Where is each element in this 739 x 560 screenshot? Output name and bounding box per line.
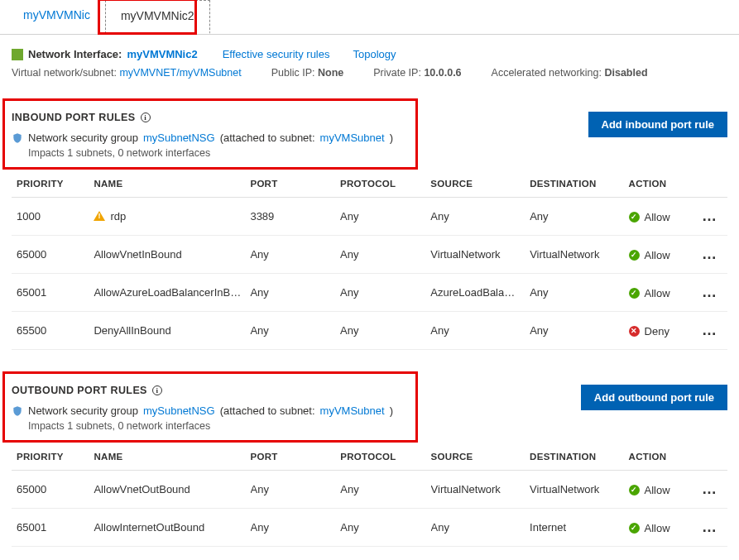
cell-priority: 65001 xyxy=(12,274,94,312)
cell-destination: VirtualNetwork xyxy=(530,236,628,274)
cell-port: Any xyxy=(251,471,341,509)
info-icon[interactable]: i xyxy=(152,385,162,395)
table-row[interactable]: 65500DenyAllInBoundAnyAnyAnyAny✕Deny… xyxy=(12,312,727,350)
more-button[interactable]: … xyxy=(694,274,727,312)
tab-nic-2[interactable]: myVMVMNic2 xyxy=(105,0,210,34)
cell-priority: 65000 xyxy=(12,236,94,274)
cell-source: Any xyxy=(430,312,530,350)
cell-source: Any xyxy=(430,198,530,236)
cell-protocol: Any xyxy=(340,509,430,547)
col-priority[interactable]: PRIORITY xyxy=(12,443,94,471)
outbound-table: PRIORITY NAME PORT PROTOCOL SOURCE DESTI… xyxy=(12,443,727,560)
public-ip-value: None xyxy=(318,67,343,79)
col-name[interactable]: NAME xyxy=(94,170,250,198)
cell-destination: Any xyxy=(530,547,628,561)
cell-protocol: Any xyxy=(340,274,430,312)
nsg-prefix: Network security group xyxy=(28,404,138,417)
inbound-title: INBOUND PORT RULES xyxy=(12,112,136,123)
vnet-label: Virtual network/subnet: xyxy=(12,67,117,79)
col-action[interactable]: ACTION xyxy=(629,443,695,471)
check-icon: ✓ xyxy=(629,523,640,534)
table-row[interactable]: 1000rdp3389AnyAnyAny✓Allow… xyxy=(12,198,727,236)
add-outbound-rule-button[interactable]: Add outbound port rule xyxy=(581,385,727,410)
x-icon: ✕ xyxy=(629,326,640,337)
public-ip-label: Public IP: xyxy=(271,67,315,79)
cell-name: DenyAllInBound xyxy=(94,312,250,350)
more-button[interactable]: … xyxy=(694,471,727,509)
check-icon: ✓ xyxy=(629,485,640,495)
subnet-link[interactable]: myVMSubnet xyxy=(320,132,385,144)
nsg-link[interactable]: mySubnetNSG xyxy=(143,132,215,144)
cell-action: ✓Allow xyxy=(629,509,695,547)
cell-action: ✕Deny xyxy=(629,312,695,350)
outbound-section: OUTBOUND PORT RULES i Network security g… xyxy=(0,358,739,560)
private-ip-label: Private IP: xyxy=(373,67,421,79)
table-row[interactable]: 65001AllowAzureLoadBalancerInBou…AnyAnyA… xyxy=(12,274,727,312)
vnet-link[interactable]: myVMVNET/myVMSubnet xyxy=(119,67,241,79)
cell-port: 3389 xyxy=(250,198,340,236)
table-row[interactable]: 65001AllowInternetOutBoundAnyAnyAnyInter… xyxy=(12,509,727,547)
info-icon[interactable]: i xyxy=(141,112,151,122)
nsg-prefix: Network security group xyxy=(28,132,138,144)
cell-source: VirtualNetwork xyxy=(431,471,530,509)
cell-destination: VirtualNetwork xyxy=(530,471,628,509)
action-label: Allow xyxy=(645,522,670,534)
check-icon: ✓ xyxy=(629,288,640,299)
table-row[interactable]: 65000AllowVnetOutBoundAnyAnyVirtualNetwo… xyxy=(12,471,727,509)
tab-nic-1[interactable]: myVMVMNic xyxy=(8,0,105,34)
add-inbound-rule-button[interactable]: Add inbound port rule xyxy=(588,112,727,137)
attached-prefix: (attached to subnet: xyxy=(220,404,315,417)
topology-link[interactable]: Topology xyxy=(353,48,396,60)
col-port[interactable]: PORT xyxy=(250,170,340,198)
cell-port: Any xyxy=(251,509,341,547)
more-button[interactable]: … xyxy=(694,509,727,547)
cell-destination: Any xyxy=(530,198,628,236)
col-name[interactable]: NAME xyxy=(94,443,250,471)
action-label: Allow xyxy=(645,249,670,261)
outbound-title: OUTBOUND PORT RULES xyxy=(12,385,147,396)
cell-destination: Any xyxy=(530,274,628,312)
cell-protocol: Any xyxy=(340,312,430,350)
cell-port: Any xyxy=(250,236,340,274)
col-action[interactable]: ACTION xyxy=(629,170,695,198)
effective-rules-link[interactable]: Effective security rules xyxy=(223,48,330,60)
accel-label: Accelerated networking: xyxy=(492,67,602,79)
more-button[interactable]: … xyxy=(694,236,727,274)
col-priority[interactable]: PRIORITY xyxy=(12,170,94,198)
cell-action: ✓Allow xyxy=(629,274,695,312)
cell-action: ✕Deny xyxy=(629,547,695,561)
col-destination[interactable]: DESTINATION xyxy=(530,443,628,471)
accel-value: Disabled xyxy=(604,67,647,79)
shield-icon xyxy=(12,405,23,417)
more-button[interactable]: … xyxy=(694,547,727,561)
check-icon: ✓ xyxy=(629,250,640,261)
action-label: Allow xyxy=(645,484,670,496)
inbound-table: PRIORITY NAME PORT PROTOCOL SOURCE DESTI… xyxy=(12,170,727,350)
attached-suffix: ) xyxy=(390,132,393,144)
more-button[interactable]: … xyxy=(694,198,727,236)
cell-name: AllowVnetOutBound xyxy=(94,471,250,509)
action-label: Allow xyxy=(645,211,670,223)
cell-port: Any xyxy=(250,274,340,312)
col-source[interactable]: SOURCE xyxy=(430,170,530,198)
table-row[interactable]: 65000AllowVnetInBoundAnyAnyVirtualNetwor… xyxy=(12,236,727,274)
col-protocol[interactable]: PROTOCOL xyxy=(340,443,430,471)
col-protocol[interactable]: PROTOCOL xyxy=(340,170,430,198)
nsg-link[interactable]: mySubnetNSG xyxy=(143,404,215,417)
impacts-text: Impacts 1 subnets, 0 network interfaces xyxy=(28,147,393,159)
col-port[interactable]: PORT xyxy=(251,443,341,471)
subnet-link[interactable]: myVMSubnet xyxy=(320,404,385,417)
nic-header: Network Interface: myVMVMNic2 Effective … xyxy=(0,35,739,85)
cell-protocol: Any xyxy=(340,236,430,274)
nic-name-link[interactable]: myVMVMNic2 xyxy=(127,48,197,60)
cell-source: VirtualNetwork xyxy=(430,236,530,274)
cell-name: AllowVnetInBound xyxy=(94,236,250,274)
cell-name: AllowInternetOutBound xyxy=(94,509,250,547)
col-destination[interactable]: DESTINATION xyxy=(530,170,628,198)
col-source[interactable]: SOURCE xyxy=(431,443,530,471)
nic-icon xyxy=(12,49,23,60)
table-row[interactable]: 65500DenyAllOutBoundAnyAnyAnyAny✕Deny… xyxy=(12,547,727,561)
more-button[interactable]: … xyxy=(694,312,727,350)
cell-priority: 65000 xyxy=(12,471,94,509)
cell-action: ✓Allow xyxy=(629,236,695,274)
